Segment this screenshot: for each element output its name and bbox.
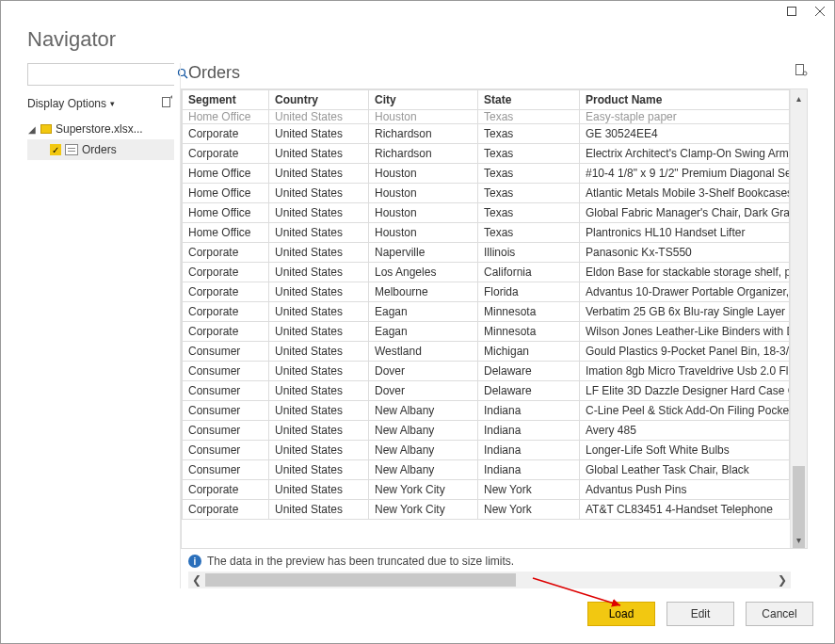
table-row[interactable]: CorporateUnited StatesLos AngelesCalifor… <box>183 263 790 282</box>
table-row[interactable]: Home OfficeUnited StatesHoustonTexasPlan… <box>183 223 790 243</box>
table-row[interactable]: ConsumerUnited StatesNew AlbanyIndianaAv… <box>183 421 790 441</box>
table-row[interactable]: CorporateUnited StatesNew York CityNew Y… <box>183 480 790 500</box>
cell-prod: Global Leather Task Chair, Black <box>580 460 790 480</box>
table-row[interactable]: CorporateUnited StatesEaganMinnesotaVerb… <box>183 302 790 322</box>
cell-state: New York <box>478 480 580 500</box>
scroll-down-icon[interactable]: ▾ <box>791 531 807 548</box>
sheet-name-label: Orders <box>82 143 117 156</box>
load-button[interactable]: Load <box>587 602 655 626</box>
cell-seg: Consumer <box>183 460 269 480</box>
cell-country: United States <box>269 401 369 421</box>
table-container: Segment Country City State Product Name … <box>181 89 808 549</box>
table-row[interactable]: CorporateUnited StatesNapervilleIllinois… <box>183 243 790 263</box>
cell-seg: Corporate <box>183 243 269 263</box>
cell-seg: Corporate <box>183 302 269 322</box>
refresh-icon[interactable] <box>161 95 174 111</box>
table-row[interactable]: Home OfficeUnited StatesHoustonTexas#10-… <box>183 164 790 184</box>
cell-prod: Panasonic Kx-TS550 <box>580 243 790 263</box>
table-row[interactable]: ConsumerUnited StatesWestlandMichiganGou… <box>183 342 790 362</box>
svg-rect-6 <box>796 65 804 75</box>
cell-state: California <box>478 263 580 282</box>
table-row[interactable]: ConsumerUnited StatesNew AlbanyIndianaGl… <box>183 460 790 480</box>
table-row[interactable]: Home OfficeUnited StatesHoustonTexasEasy… <box>183 110 790 124</box>
cell-city: Houston <box>369 164 478 184</box>
table-row[interactable]: ConsumerUnited StatesDoverDelawareLF Eli… <box>183 381 790 401</box>
cell-state: Indiana <box>478 421 580 441</box>
table-row[interactable]: ConsumerUnited StatesNew AlbanyIndianaC-… <box>183 401 790 421</box>
search-input[interactable] <box>28 64 177 85</box>
display-options-dropdown[interactable]: Display Options ▾ <box>27 97 115 110</box>
col-product[interactable]: Product Name <box>580 90 790 110</box>
scroll-up-icon[interactable]: ▴ <box>791 89 807 106</box>
close-icon[interactable] <box>813 5 827 18</box>
vertical-scrollbar[interactable]: ▴ ▾ <box>790 89 807 548</box>
cell-prod: Atlantic Metals Mobile 3-Shelf Bookcases… <box>580 184 790 203</box>
cell-country: United States <box>269 223 369 243</box>
cell-seg: Corporate <box>183 282 269 302</box>
table-row[interactable]: CorporateUnited StatesEaganMinnesotaWils… <box>183 322 790 342</box>
hscroll-thumb[interactable] <box>205 573 516 587</box>
svg-rect-0 <box>788 8 796 16</box>
cell-state: Indiana <box>478 460 580 480</box>
cell-seg: Corporate <box>183 322 269 342</box>
preview-options-icon[interactable] <box>795 63 808 79</box>
cell-state: Texas <box>478 203 580 223</box>
col-state[interactable]: State <box>478 90 580 110</box>
cell-city: New York City <box>369 500 478 520</box>
horizontal-scrollbar[interactable]: ❮ ❯ <box>188 572 791 588</box>
preview-table: Segment Country City State Product Name … <box>182 89 790 520</box>
cell-seg: Corporate <box>183 500 269 520</box>
cell-country: United States <box>269 441 369 460</box>
cell-country: United States <box>269 203 369 223</box>
table-row[interactable]: ConsumerUnited StatesNew AlbanyIndianaLo… <box>183 441 790 460</box>
cell-city: New Albany <box>369 401 478 421</box>
cell-city: Houston <box>369 184 478 203</box>
cell-city: Melbourne <box>369 282 478 302</box>
sheet-checkbox[interactable]: ✓ <box>50 144 61 155</box>
col-segment[interactable]: Segment <box>183 90 269 110</box>
cell-prod: Global Fabric Manager's Chair, Dark Gray <box>580 203 790 223</box>
cell-seg: Consumer <box>183 362 269 381</box>
chevron-down-icon: ▾ <box>110 99 115 108</box>
table-row[interactable]: CorporateUnited StatesMelbourneFloridaAd… <box>183 282 790 302</box>
cell-prod: Plantronics HL10 Handset Lifter <box>580 223 790 243</box>
cell-country: United States <box>269 124 369 144</box>
table-row[interactable]: ConsumerUnited StatesDoverDelawareImatio… <box>183 362 790 381</box>
scroll-left-icon[interactable]: ❮ <box>188 573 205 587</box>
cell-prod: Eldon Base for stackable storage shelf, … <box>580 263 790 282</box>
edit-button[interactable]: Edit <box>666 602 734 626</box>
cell-state: Indiana <box>478 441 580 460</box>
cell-city: Dover <box>369 362 478 381</box>
cell-country: United States <box>269 381 369 401</box>
cell-city: Houston <box>369 110 478 124</box>
source-tree: ◢ Superstore.xlsx... ✓ Orders <box>27 119 174 160</box>
cell-prod: Advantus 10-Drawer Portable Organizer, C… <box>580 282 790 302</box>
cancel-button[interactable]: Cancel <box>746 602 813 626</box>
cell-state: Texas <box>478 124 580 144</box>
info-icon: i <box>188 555 201 568</box>
cell-state: Texas <box>478 184 580 203</box>
tree-sheet-node[interactable]: ✓ Orders <box>27 139 174 160</box>
dialog-title: Navigator <box>1 22 834 63</box>
cell-country: United States <box>269 362 369 381</box>
svg-rect-5 <box>163 98 170 107</box>
table-row[interactable]: CorporateUnited StatesNew York CityNew Y… <box>183 500 790 520</box>
table-row[interactable]: CorporateUnited StatesRichardsonTexasGE … <box>183 124 790 144</box>
tree-file-node[interactable]: ◢ Superstore.xlsx... <box>27 119 174 139</box>
display-options: Display Options ▾ <box>27 91 174 119</box>
col-country[interactable]: Country <box>269 90 369 110</box>
cell-city: New Albany <box>369 460 478 480</box>
maximize-icon[interactable] <box>785 5 798 18</box>
scroll-right-icon[interactable]: ❯ <box>774 573 791 587</box>
table-row[interactable]: Home OfficeUnited StatesHoustonTexasGlob… <box>183 203 790 223</box>
cell-country: United States <box>269 500 369 520</box>
table-row[interactable]: Home OfficeUnited StatesHoustonTexasAtla… <box>183 184 790 203</box>
cell-prod: Avery 485 <box>580 421 790 441</box>
cell-country: United States <box>269 164 369 184</box>
cell-seg: Consumer <box>183 401 269 421</box>
cell-state: Delaware <box>478 381 580 401</box>
table-row[interactable]: CorporateUnited StatesRichardsonTexasEle… <box>183 144 790 164</box>
collapse-icon[interactable]: ◢ <box>27 124 37 135</box>
col-city[interactable]: City <box>369 90 478 110</box>
cell-city: Houston <box>369 203 478 223</box>
